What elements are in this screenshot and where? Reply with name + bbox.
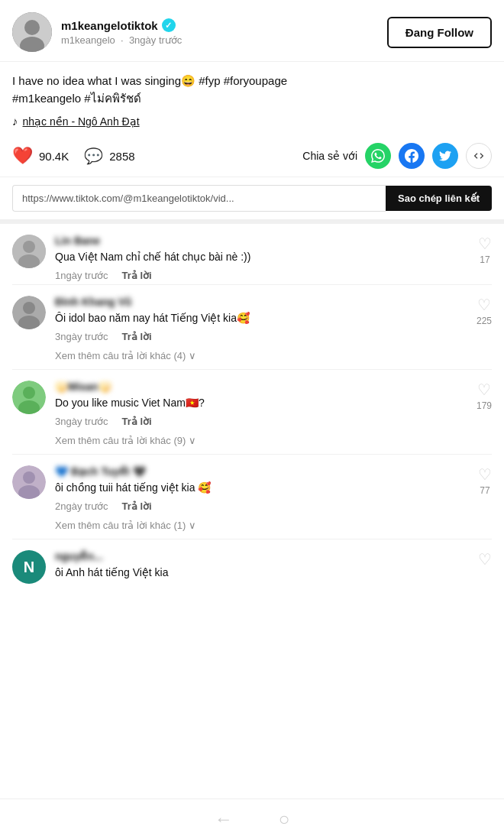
comment-like: ♡ 179 [477,381,492,411]
see-more-label: Xem thêm câu trả lời khác (9) [55,435,186,446]
comment-avatar [12,235,46,268]
share-section: Chia sẻ với [302,143,492,169]
comment-body: Đình Khang Vũ Ôi idol bao năm nay hát Ti… [55,296,492,342]
comment-text: ôi chồng tuii hát tiếng việt kia 🥰 [55,480,492,496]
comment-username: 💙 Bạch Tuyết 🖤 [55,465,492,478]
like-count: 77 [480,485,489,496]
music-line: ♪ nhạc nền - Ngô Anh Đạt [12,115,492,128]
post-avatar [12,12,52,52]
comment-meta: 2ngày trước Trả lời [55,500,492,512]
post-header-left: m1keangelotiktok m1keangelo · 3ngày trướ… [12,12,182,52]
post-handle: m1keangelo · 3ngày trước [61,34,182,46]
comment-like: ♡ 225 [477,296,492,326]
copy-link-button[interactable]: Sao chép liên kết [386,186,492,211]
comment-reply-button[interactable]: Trả lời [121,270,151,281]
post-username: m1keangelotiktok [61,19,158,32]
music-link[interactable]: nhạc nền - Ngô Anh Đạt [23,115,140,128]
share-facebook-button[interactable] [399,143,425,169]
comment-reply-button[interactable]: Trả lời [121,331,151,342]
likes-stat: ❤️ 90.4K [12,146,69,166]
chevron-down-icon: ∨ [189,350,196,361]
comment-item: Lin Bane Qua Việt Nam chỉ chế hát chục b… [0,224,504,284]
comment-time: 1ngày trước [55,270,108,281]
bottom-nav: ← ○ [0,799,504,839]
share-whatsapp-button[interactable] [365,143,391,169]
svg-point-13 [23,471,35,484]
svg-point-1 [24,20,40,35]
comment-time: 3ngày trước [55,331,108,342]
comment-reply-button[interactable]: Trả lời [121,500,151,512]
comments-stat: 💬 2858 [84,147,134,165]
svg-point-10 [23,387,35,399]
comment-time: 3ngày trước [55,416,108,427]
comment-avatar [12,296,46,329]
comment-like: ♡ 77 [478,465,492,496]
like-heart-icon[interactable]: ♡ [478,235,492,253]
like-count: 225 [477,316,492,326]
comment-username: Lin Bane [55,235,492,247]
comment-item: N nguyễn... ôi Anh hát tiếng Việt kia ♡ [0,539,504,588]
comment-body: Lin Bane Qua Việt Nam chỉ chế hát chục b… [55,235,492,281]
see-more-label: Xem thêm câu trả lời khác (1) [55,520,186,531]
share-label: Chia sẻ với [302,150,357,162]
music-note-icon: ♪ [12,115,18,128]
heart-icon[interactable]: ❤️ [12,146,33,166]
comment-text: Ôi idol bao năm nay hát Tiếng Việt kia🥰 [55,310,492,326]
post-content: I have no idea what I was singing😄 #fyp … [0,62,504,135]
see-more-label: Xem thêm câu trả lời khác (4) [55,350,186,361]
comment-item: 💙 Bạch Tuyết 🖤 ôi chồng tuii hát tiếng v… [0,455,504,515]
like-heart-icon[interactable]: ♡ [478,550,492,569]
home-button[interactable]: ○ [279,808,290,830]
post-caption: I have no idea what I was singing😄 #fyp … [12,73,492,107]
post-user-info: m1keangelotiktok m1keangelo · 3ngày trướ… [61,18,182,46]
like-heart-icon[interactable]: ♡ [477,296,491,314]
comment-text: ôi Anh hát tiếng Việt kia [55,565,492,581]
comment-username: 🔱Misan🔱 [55,381,492,393]
link-input[interactable] [12,185,386,212]
comment-meta: 3ngày trước Trả lời [55,331,492,342]
comment-body: 💙 Bạch Tuyết 🖤 ôi chồng tuii hát tiếng v… [55,465,492,512]
comment-username: nguyễn... [55,550,492,562]
like-heart-icon[interactable]: ♡ [477,381,491,399]
see-more-replies-button[interactable]: Xem thêm câu trả lời khác (1) ∨ [0,515,504,539]
see-more-replies-button[interactable]: Xem thêm câu trả lời khác (4) ∨ [0,345,504,369]
post-username-row: m1keangelotiktok [61,18,182,32]
comment-like: ♡ [478,550,492,569]
stats-row: ❤️ 90.4K 💬 2858 Chia sẻ với [0,135,504,177]
comment-icon[interactable]: 💬 [84,147,103,165]
comment-avatar [12,465,46,499]
like-heart-icon[interactable]: ♡ [478,465,492,484]
comment-meta: 3ngày trước Trả lời [55,416,492,427]
see-more-replies-button[interactable]: Xem thêm câu trả lời khác (9) ∨ [0,430,504,454]
verified-icon [162,18,176,32]
comments-count: 2858 [109,150,134,163]
chevron-down-icon: ∨ [189,435,196,446]
like-count: 17 [480,254,489,265]
link-row: Sao chép liên kết [0,177,504,224]
like-count: 179 [477,400,492,411]
follow-button[interactable]: Đang Follow [387,17,492,48]
comment-avatar [12,381,46,414]
svg-point-7 [23,302,35,314]
post-header: m1keangelotiktok m1keangelo · 3ngày trướ… [0,0,504,62]
comment-body: 🔱Misan🔱 Do you like music Viet Nam🇻🇳? 3n… [55,381,492,427]
chevron-down-icon: ∨ [189,520,196,531]
comments-section: Lin Bane Qua Việt Nam chỉ chế hát chục b… [0,224,504,588]
comment-body: nguyễn... ôi Anh hát tiếng Việt kia [55,550,492,585]
share-twitter-button[interactable] [432,143,458,169]
svg-point-4 [23,241,35,253]
comment-username: Đình Khang Vũ [55,296,492,308]
comment-text: Qua Việt Nam chỉ chế hát chục bài nè :)) [55,249,492,265]
comment-text: Do you like music Viet Nam🇻🇳? [55,395,492,411]
comment-meta: 1ngày trước Trả lời [55,270,492,281]
back-button[interactable]: ← [215,808,233,830]
comment-avatar: N [12,550,46,584]
share-embed-button[interactable] [466,143,492,169]
comment-reply-button[interactable]: Trả lời [121,416,151,427]
comment-item: 🔱Misan🔱 Do you like music Viet Nam🇻🇳? 3n… [0,370,504,430]
comment-item: Đình Khang Vũ Ôi idol bao năm nay hát Ti… [0,285,504,345]
likes-count: 90.4K [39,150,69,163]
comment-like: ♡ 17 [478,235,492,265]
comment-time: 2ngày trước [55,500,108,512]
